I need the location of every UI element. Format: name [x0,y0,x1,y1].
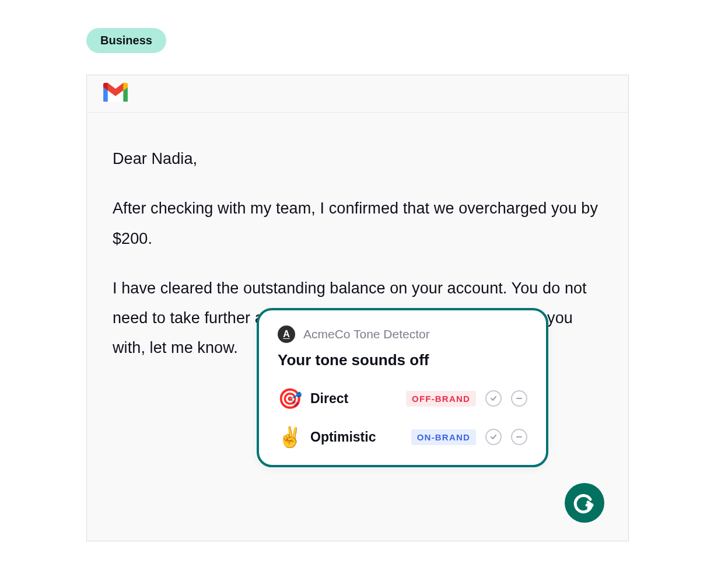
popup-title: Your tone sounds off [278,351,527,369]
accept-button[interactable] [485,429,502,445]
tone-row-optimistic: ✌️ Optimistic ON-BRAND [278,425,527,449]
popup-subtitle: AcmeCo Tone Detector [303,327,430,341]
victory-hand-icon: ✌️ [278,425,301,449]
business-badge: Business [86,28,166,53]
target-icon: 🎯 [278,387,301,410]
tone-label: Direct [310,391,392,407]
dismiss-button[interactable] [511,390,527,407]
email-greeting: Dear Nadia, [113,144,603,174]
acme-logo-icon: A [278,326,295,343]
off-brand-badge: OFF-BRAND [406,391,476,407]
gmail-icon [101,82,130,106]
popup-header: A AcmeCo Tone Detector [278,326,527,343]
email-header [87,75,628,113]
dismiss-button[interactable] [511,429,527,445]
accept-button[interactable] [485,390,502,407]
tone-detector-popup: A AcmeCo Tone Detector Your tone sounds … [257,308,548,467]
tone-label: Optimistic [310,429,392,445]
grammarly-icon[interactable] [565,483,604,523]
on-brand-badge: ON-BRAND [411,429,476,445]
tone-row-direct: 🎯 Direct OFF-BRAND [278,387,527,410]
email-paragraph: After checking with my team, I confirmed… [113,194,603,254]
